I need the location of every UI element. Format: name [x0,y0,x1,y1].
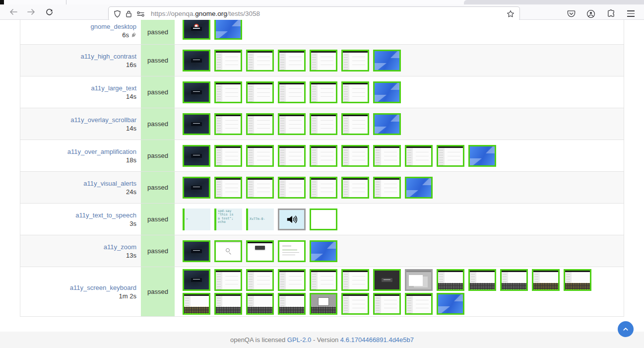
result-thumbnail[interactable] [183,81,210,103]
test-module-link[interactable]: a11y_zoom [104,243,136,251]
result-thumbnail[interactable] [183,145,210,167]
scroll-to-top-button[interactable] [618,321,634,337]
result-thumbnail[interactable] [373,269,401,291]
result-thumbnail[interactable] [278,50,306,71]
result-thumbnail[interactable] [278,145,306,167]
test-module-link[interactable]: a11y_over_amplification [67,148,136,155]
result-thumbnail[interactable] [437,269,464,291]
permissions-icon[interactable] [136,11,145,17]
result-thumbnail[interactable] [278,177,306,199]
result-thumbnail[interactable] [246,145,274,167]
lock-icon[interactable] [126,10,132,18]
result-thumbnail[interactable] [214,240,242,262]
result-thumbnail[interactable] [214,113,242,135]
result-thumbnail[interactable] [310,293,337,315]
result-thumbnail[interactable] [183,293,210,315]
result-thumbnail[interactable] [183,50,210,71]
pocket-icon[interactable] [565,7,578,20]
url-text[interactable]: https://openqa.gnome.org/tests/3058 [151,10,507,17]
result-thumbnail[interactable] [246,113,274,135]
result-thumbnail[interactable] [246,240,274,262]
result-thumbnail[interactable] [310,240,337,262]
result-thumbnail[interactable] [373,50,401,71]
result-thumbnail[interactable] [373,81,401,103]
result-thumbnail[interactable] [437,145,464,167]
account-icon[interactable] [584,7,597,20]
result-thumbnail[interactable] [341,50,369,71]
result-thumbnail[interactable] [310,177,337,199]
result-thumbnail[interactable] [341,269,369,291]
url-path: /tests/3058 [227,10,260,17]
url-bar[interactable]: https://openqa.gnome.org/tests/3058 [108,6,520,21]
result-thumbnail[interactable] [246,81,274,103]
result-thumbnail[interactable] [278,113,306,135]
test-module-link[interactable]: gnome_desktop [90,23,136,30]
result-thumbnail[interactable] [341,177,369,199]
result-thumbnail[interactable] [310,81,337,103]
result-thumbnail[interactable] [183,269,210,291]
result-thumbnail[interactable] [183,20,210,40]
result-thumbnail[interactable] [214,81,242,103]
result-thumbnail[interactable] [373,177,401,199]
result-thumbnail[interactable] [246,177,274,199]
result-thumbnail[interactable] [310,209,337,230]
result-thumbnail[interactable] [278,293,306,315]
footer-gpl-link[interactable]: GPL-2.0 [287,336,311,344]
result-thumbnail[interactable] [183,113,210,135]
result-thumbnail[interactable]: spd-say "this is a test"; echo [214,209,242,230]
test-module-link[interactable]: a11y_screen_keyboard [70,284,136,291]
result-thumbnail[interactable]: > [183,209,210,230]
result-thumbnail[interactable] [468,145,496,167]
extensions-icon[interactable] [604,7,617,20]
result-thumbnail[interactable] [310,50,337,71]
test-module-link[interactable]: a11y_text_to_speech [75,211,136,219]
result-thumbnail[interactable] [341,81,369,103]
result-thumbnail[interactable] [310,145,337,167]
result-thumbnail[interactable] [214,293,242,315]
result-thumbnail[interactable] [468,269,496,291]
reload-button[interactable] [42,5,56,18]
url-domain: gnome.org [195,10,227,17]
back-button[interactable] [6,5,20,18]
result-thumbnail[interactable] [214,177,242,199]
result-thumbnail[interactable] [405,145,433,167]
result-thumbnail[interactable] [405,293,433,315]
result-thumbnail[interactable] [405,177,433,199]
menu-icon[interactable] [624,7,637,20]
result-thumbnail[interactable] [183,240,210,262]
result-thumbnail[interactable]: Xv77m-0- [246,209,274,230]
result-thumbnail[interactable] [564,269,591,291]
bookmark-star-icon[interactable] [507,10,515,18]
result-thumbnail[interactable] [532,269,560,291]
result-thumbnail[interactable] [373,293,401,315]
result-thumbnail[interactable] [183,177,210,199]
test-module-link[interactable]: a11y_overlay_scrollbar [70,116,136,124]
result-thumbnail[interactable] [214,269,242,291]
result-thumbnail[interactable] [246,269,274,291]
result-thumbnail[interactable] [214,145,242,167]
test-module-link[interactable]: a11y_visual_alerts [83,180,136,187]
result-thumbnail[interactable] [278,240,306,262]
result-thumbnail[interactable] [373,113,401,135]
result-thumbnail[interactable] [278,81,306,103]
shield-icon[interactable] [114,10,121,18]
footer-version-link[interactable]: 4.6.1704466891.4d4e5b7 [340,336,414,344]
forward-button[interactable] [24,5,38,18]
result-thumbnail[interactable] [278,209,306,230]
result-thumbnail[interactable] [405,269,433,291]
result-thumbnail[interactable] [214,50,242,71]
result-thumbnail[interactable] [500,269,528,291]
result-thumbnail[interactable] [341,293,369,315]
result-thumbnail[interactable] [278,269,306,291]
test-module-link[interactable]: a11y_high_contrast [80,53,136,60]
result-thumbnail[interactable] [341,113,369,135]
result-thumbnail[interactable] [437,293,464,315]
result-thumbnail[interactable] [246,50,274,71]
result-thumbnail[interactable] [214,20,242,40]
result-thumbnail[interactable] [246,293,274,315]
result-thumbnail[interactable] [341,145,369,167]
test-module-link[interactable]: a11y_large_text [91,84,136,92]
result-thumbnail[interactable] [310,269,337,291]
result-thumbnail[interactable] [373,145,401,167]
result-thumbnail[interactable] [310,113,337,135]
